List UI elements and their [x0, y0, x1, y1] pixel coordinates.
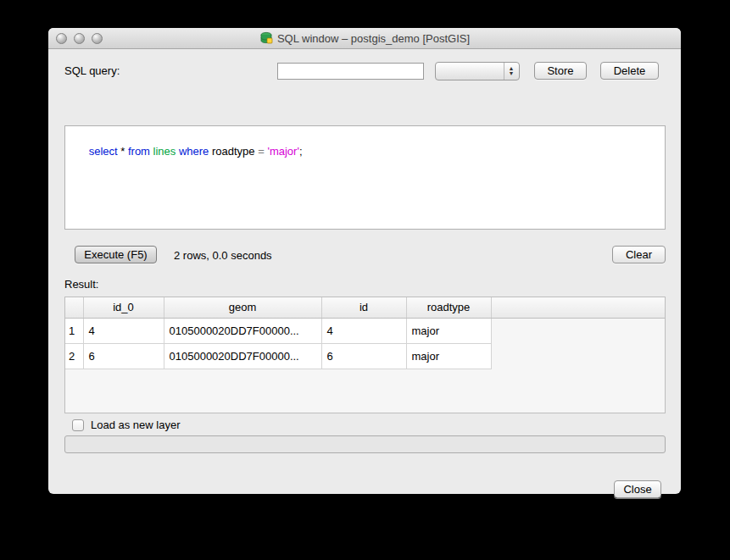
- result-table-body: 140105000020DD7F00000...4major2601050000…: [65, 318, 666, 369]
- window-title: SQL window – postgis_demo [PostGIS]: [277, 32, 470, 45]
- execution-status: 2 rows, 0.0 seconds: [174, 249, 272, 262]
- table-cell[interactable]: major: [406, 318, 491, 343]
- table-cell[interactable]: 4: [83, 318, 164, 343]
- row-number-cell[interactable]: 1: [65, 318, 83, 343]
- dropdown-stepper-icon: ▲▼: [504, 63, 518, 80]
- result-label: Result:: [64, 278, 98, 291]
- sql-code-line: select * from lines where roadtype = 'ma…: [89, 145, 303, 158]
- titlebar[interactable]: SQL window – postgis_demo [PostGIS]: [48, 28, 681, 49]
- sql-editor[interactable]: select * from lines where roadtype = 'ma…: [64, 125, 666, 230]
- load-as-new-layer-checkbox[interactable]: [72, 419, 84, 431]
- clear-button[interactable]: Clear: [612, 246, 666, 263]
- sql-token: from: [128, 145, 150, 158]
- column-header-roadtype[interactable]: roadtype: [406, 297, 491, 318]
- sql-token: lines: [153, 145, 176, 158]
- header-row: id_0geomidroadtype: [65, 297, 666, 318]
- result-table-header: id_0geomidroadtype: [65, 297, 666, 318]
- result-grid: id_0geomidroadtype 140105000020DD7F00000…: [65, 297, 666, 369]
- table-cell[interactable]: 6: [83, 343, 164, 369]
- sql-token: =: [258, 145, 265, 158]
- minimize-window-button[interactable]: [74, 33, 85, 44]
- column-header-blank: [65, 297, 83, 318]
- sql-token: roadtype: [209, 145, 258, 158]
- query-bar: SQL query: ▲▼ Store Delete: [64, 61, 666, 81]
- sql-token: select: [89, 145, 118, 158]
- column-header-id_0[interactable]: id_0: [83, 297, 164, 318]
- query-name-input[interactable]: [277, 63, 424, 80]
- row-number-cell[interactable]: 2: [65, 343, 83, 369]
- sql-token: where: [179, 145, 209, 158]
- result-table[interactable]: id_0geomidroadtype 140105000020DD7F00000…: [64, 297, 666, 413]
- sql-token: 'major': [267, 145, 298, 158]
- table-cell-filler: [491, 318, 666, 343]
- traffic-lights: [56, 33, 103, 44]
- database-icon: [259, 31, 273, 45]
- table-cell[interactable]: 6: [321, 343, 406, 369]
- execute-button[interactable]: Execute (F5): [75, 246, 157, 263]
- table-row[interactable]: 260105000020DD7F00000...6major: [65, 343, 666, 369]
- load-as-new-layer-label: Load as new layer: [91, 419, 181, 431]
- store-button[interactable]: Store: [534, 62, 587, 80]
- execute-bar: Execute (F5) 2 rows, 0.0 seconds Clear: [64, 246, 666, 264]
- column-header-geom[interactable]: geom: [164, 297, 321, 318]
- table-cell[interactable]: 0105000020DD7F00000...: [164, 343, 321, 369]
- table-row[interactable]: 140105000020DD7F00000...4major: [65, 318, 666, 343]
- column-header-blank: [491, 297, 666, 318]
- table-cell-filler: [491, 343, 666, 369]
- sql-token: *: [118, 145, 128, 158]
- sql-window: SQL window – postgis_demo [PostGIS] SQL …: [48, 28, 681, 494]
- column-header-id[interactable]: id: [321, 297, 406, 318]
- sql-query-label: SQL query:: [64, 64, 120, 77]
- delete-button[interactable]: Delete: [600, 62, 659, 80]
- table-cell[interactable]: 0105000020DD7F00000...: [164, 318, 321, 343]
- close-button[interactable]: Close: [614, 480, 661, 498]
- load-layer-row: Load as new layer: [72, 419, 181, 431]
- table-cell[interactable]: 4: [321, 318, 406, 343]
- stored-query-dropdown[interactable]: ▲▼: [435, 62, 520, 80]
- sql-token: ;: [299, 145, 303, 158]
- layer-name-input[interactable]: [64, 435, 666, 453]
- zoom-window-button[interactable]: [92, 33, 103, 44]
- close-window-button[interactable]: [56, 33, 67, 44]
- window-title-group: SQL window – postgis_demo [PostGIS]: [259, 31, 470, 45]
- table-cell[interactable]: major: [406, 343, 491, 369]
- dialog-content: SQL query: ▲▼ Store Delete select * from…: [48, 49, 681, 494]
